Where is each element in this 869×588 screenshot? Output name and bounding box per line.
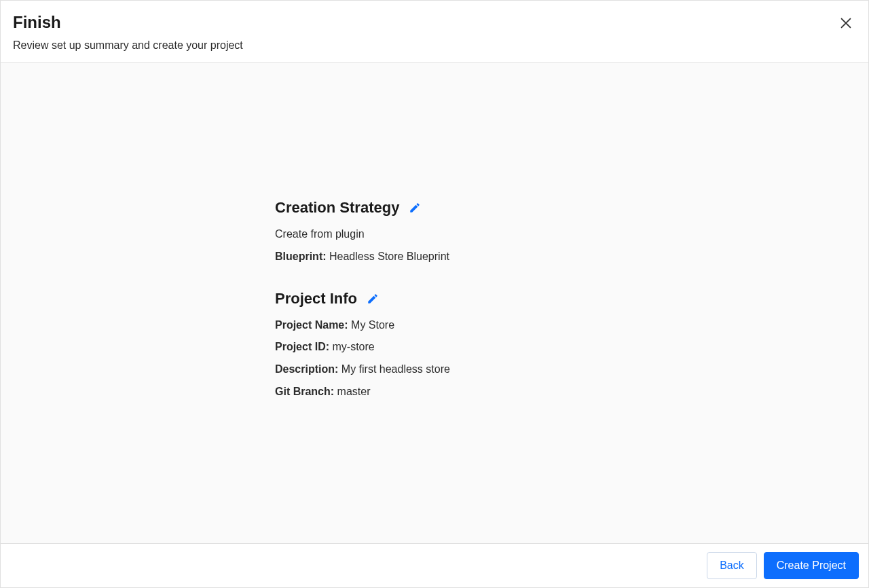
close-button[interactable] (836, 13, 856, 33)
create-project-button[interactable]: Create Project (764, 552, 859, 579)
dialog-content: Creation Strategy Create from plugin Blu… (1, 63, 868, 543)
git-branch-value: master (337, 386, 371, 397)
project-name-label: Project Name: (275, 319, 348, 331)
project-info-title: Project Info (275, 290, 357, 308)
project-name-row: Project Name: My Store (275, 317, 594, 334)
summary-panel: Creation Strategy Create from plugin Blu… (275, 199, 594, 401)
project-name-value: My Store (351, 319, 394, 331)
creation-strategy-section: Creation Strategy Create from plugin Blu… (275, 199, 594, 265)
project-id-row: Project ID: my-store (275, 339, 594, 356)
edit-project-info-button[interactable] (365, 291, 380, 306)
creation-source-value: Create from plugin (275, 228, 365, 240)
description-label: Description: (275, 363, 338, 375)
finish-dialog: Finish Review set up summary and create … (0, 0, 869, 588)
blueprint-label: Blueprint: (275, 251, 327, 262)
creation-strategy-heading: Creation Strategy (275, 199, 594, 217)
description-row: Description: My first headless store (275, 361, 594, 378)
description-value: My first headless store (341, 363, 450, 375)
project-id-label: Project ID: (275, 341, 329, 352)
project-info-heading: Project Info (275, 290, 594, 308)
pencil-icon (367, 293, 379, 305)
blueprint-value: Headless Store Blueprint (329, 251, 449, 262)
git-branch-label: Git Branch: (275, 386, 334, 397)
dialog-header: Finish Review set up summary and create … (1, 1, 868, 63)
close-icon (838, 16, 853, 31)
project-id-value: my-store (332, 341, 374, 352)
back-button[interactable]: Back (707, 552, 757, 579)
blueprint-row: Blueprint: Headless Store Blueprint (275, 249, 594, 265)
creation-strategy-title: Creation Strategy (275, 199, 399, 217)
page-title: Finish (13, 13, 243, 33)
header-texts: Finish Review set up summary and create … (13, 13, 243, 52)
creation-source-row: Create from plugin (275, 226, 594, 243)
pencil-icon (409, 202, 421, 214)
edit-creation-strategy-button[interactable] (407, 200, 422, 215)
git-branch-row: Git Branch: master (275, 384, 594, 401)
project-info-section: Project Info Project Name: My Store Proj… (275, 290, 594, 401)
page-subtitle: Review set up summary and create your pr… (13, 39, 243, 52)
dialog-footer: Back Create Project (1, 543, 868, 587)
